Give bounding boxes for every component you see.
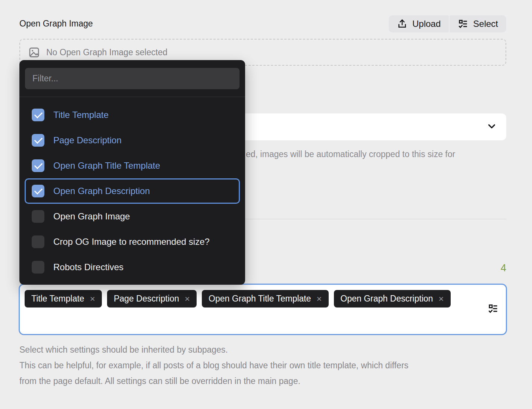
- tag-label: Page Description: [114, 294, 179, 304]
- tag-title-template[interactable]: Title Template ×: [25, 290, 102, 307]
- filter-input[interactable]: [25, 68, 240, 89]
- checkbox-icon[interactable]: [32, 159, 44, 172]
- checkbox-icon[interactable]: [32, 134, 44, 147]
- chevron-down-icon: [487, 121, 497, 132]
- option-open-graph-image[interactable]: Open Graph Image: [25, 204, 240, 229]
- option-open-graph-title-template[interactable]: Open Graph Title Template: [25, 153, 240, 178]
- select-list-icon: [458, 19, 468, 29]
- option-label: Open Graph Title Template: [53, 160, 160, 171]
- tag-open-graph-description[interactable]: Open Graph Description ×: [334, 290, 451, 307]
- checkbox-icon[interactable]: [32, 185, 44, 197]
- tag-remove-icon[interactable]: ×: [90, 294, 95, 303]
- checkbox-icon[interactable]: [32, 109, 44, 121]
- asset-empty-text: No Open Graph Image selected: [46, 47, 168, 57]
- option-label: Open Graph Description: [53, 186, 150, 196]
- instruction-line: Select which settings should be inherite…: [19, 342, 409, 358]
- option-label: Robots Directives: [53, 262, 123, 272]
- option-label: Crop OG Image to recommended size?: [53, 237, 210, 247]
- tag-remove-icon[interactable]: ×: [439, 294, 444, 303]
- upload-button-label: Upload: [412, 19, 441, 29]
- select-button[interactable]: Select: [450, 15, 506, 32]
- field-label-open-graph-image: Open Graph Image: [19, 19, 93, 29]
- option-label: Title Template: [53, 110, 109, 120]
- checkbox-icon[interactable]: [32, 261, 44, 274]
- option-title-template[interactable]: Title Template: [25, 102, 240, 128]
- inherited-settings-tags-input[interactable]: Title Template × Page Description × Open…: [19, 284, 507, 335]
- tag-page-description[interactable]: Page Description ×: [107, 290, 197, 307]
- tag-label: Title Template: [31, 294, 84, 304]
- checkbox-icon[interactable]: [32, 210, 44, 223]
- option-label: Open Graph Image: [53, 211, 130, 222]
- option-open-graph-description[interactable]: Open Graph Description: [25, 178, 240, 204]
- field-instructions: Select which settings should be inherite…: [19, 342, 409, 389]
- option-crop-og-image[interactable]: Crop OG Image to recommended size?: [25, 229, 240, 255]
- crop-help-text-fragment: ed, images will be automatically cropped…: [246, 149, 455, 159]
- asset-actions-group: Upload Select: [389, 15, 506, 32]
- settings-page: Open Graph Image Upload Select: [0, 0, 532, 409]
- checkbox-icon[interactable]: [32, 235, 44, 248]
- instruction-line: This can be helpful, for example, if all…: [19, 358, 409, 373]
- option-page-description[interactable]: Page Description: [25, 128, 240, 153]
- tag-remove-icon[interactable]: ×: [185, 294, 190, 303]
- settings-multiselect-dropdown: Title Template Page Description Open Gra…: [19, 60, 245, 285]
- dropdown-filter-wrap: [19, 60, 245, 89]
- dropdown-option-list: Title Template Page Description Open Gra…: [19, 97, 245, 285]
- option-label: Page Description: [53, 135, 122, 146]
- tag-label: Open Graph Description: [341, 294, 433, 304]
- option-robots-directives[interactable]: Robots Directives: [25, 255, 240, 280]
- tag-open-graph-title-template[interactable]: Open Graph Title Template ×: [202, 290, 328, 307]
- image-icon: [28, 47, 40, 58]
- tag-remove-icon[interactable]: ×: [317, 294, 322, 303]
- tag-label: Open Graph Title Template: [209, 294, 311, 304]
- selected-count: 4: [501, 262, 506, 274]
- select-button-label: Select: [473, 19, 498, 29]
- select-list-icon[interactable]: [488, 303, 498, 316]
- instruction-line: from the page default. All settings can …: [19, 373, 409, 389]
- upload-icon: [397, 19, 407, 29]
- upload-button[interactable]: Upload: [389, 15, 449, 32]
